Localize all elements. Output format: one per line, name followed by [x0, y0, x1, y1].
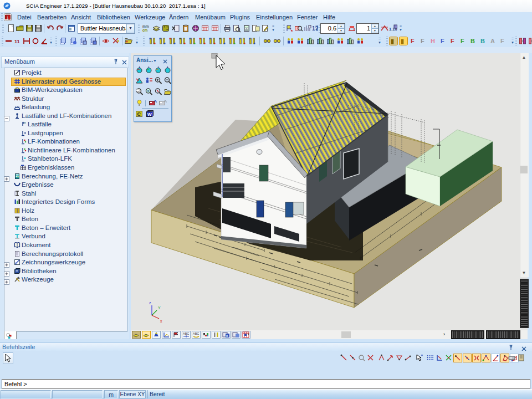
svg-text:F: F: [500, 38, 504, 44]
svg-text:B: B: [480, 38, 485, 44]
svg-text:11: 11: [14, 39, 20, 44]
svg-text:H: H: [431, 38, 435, 44]
svg-text:ABC: ABC: [193, 332, 199, 335]
svg-text:▮: ▮: [391, 38, 394, 44]
svg-text:z: z: [149, 301, 151, 305]
svg-text:cm: cm: [142, 28, 148, 32]
svg-text:Y: Y: [158, 306, 161, 310]
svg-text:C: C: [137, 111, 141, 117]
svg-text:F: F: [421, 38, 424, 44]
svg-text:F: F: [451, 38, 454, 44]
svg-text:▮: ▮: [401, 38, 404, 44]
svg-text:W: W: [147, 112, 152, 117]
svg-text:F: F: [441, 38, 444, 44]
svg-text:B: B: [226, 334, 228, 337]
svg-text:A: A: [490, 38, 495, 44]
svg-text:F: F: [411, 38, 415, 44]
svg-text:ABC: ABC: [183, 332, 189, 335]
svg-text:B: B: [470, 38, 475, 44]
svg-text:x: x: [160, 319, 162, 323]
svg-text:F: F: [461, 38, 464, 44]
svg-text:mm: mm: [142, 24, 149, 28]
